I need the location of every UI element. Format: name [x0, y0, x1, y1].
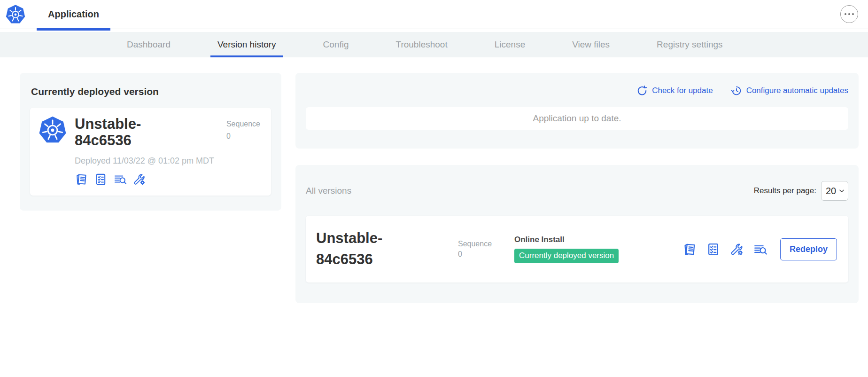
tab-version-history[interactable]: Version history [217, 32, 276, 57]
tab-troubleshoot[interactable]: Troubleshoot [396, 32, 448, 57]
ellipsis-icon [848, 13, 850, 15]
currently-deployed-title: Currently deployed version [31, 86, 271, 97]
preflight-checks-icon[interactable] [94, 173, 108, 186]
app-header: Application [0, 0, 868, 29]
currently-deployed-badge: Currently deployed version [514, 249, 619, 263]
main-content: Currently deployed version Unstable-84c6… [0, 57, 868, 303]
sequence-label: Sequence [226, 118, 260, 130]
results-per-page-select[interactable]: 20 [821, 181, 848, 201]
sequence-value: 0 [226, 130, 260, 142]
redeploy-button[interactable]: Redeploy [780, 238, 837, 260]
app-title: Application [48, 9, 99, 20]
release-notes-icon[interactable] [682, 242, 697, 257]
all-versions-title: All versions [306, 186, 351, 196]
deployed-timestamp: Deployed 11/03/22 @ 01:02 pm MDT [75, 156, 263, 166]
updates-panel: Check for update Configure automatic upd… [295, 73, 859, 149]
sequence-label: Sequence [458, 239, 498, 249]
check-for-update-label: Check for update [652, 86, 713, 95]
version-row: Unstable-84c6536 Sequence 0 Online Insta… [306, 216, 848, 283]
currently-deployed-card: Unstable-84c6536 Sequence 0 Deployed 11/… [30, 108, 271, 196]
auto-update-clock-icon [731, 85, 742, 96]
ellipsis-icon [845, 13, 846, 15]
deployed-version-actions [75, 173, 263, 186]
results-per-page-label: Results per page: [754, 186, 816, 196]
row-sequence: Sequence 0 [458, 239, 498, 260]
app-title-tab[interactable]: Application [37, 0, 110, 29]
app-menu-button[interactable] [840, 5, 858, 23]
tab-view-files[interactable]: View files [572, 32, 610, 57]
currently-deployed-panel: Currently deployed version Unstable-84c6… [20, 73, 281, 211]
configure-automatic-updates-label: Configure automatic updates [746, 86, 848, 95]
edit-config-icon[interactable] [132, 173, 146, 186]
sequence-value: 0 [458, 249, 498, 259]
release-notes-icon[interactable] [75, 173, 88, 186]
tab-dashboard[interactable]: Dashboard [127, 32, 170, 57]
preflight-checks-icon[interactable] [706, 242, 721, 257]
tab-license[interactable]: License [495, 32, 526, 57]
results-per-page: Results per page: 20 [754, 181, 848, 201]
view-logs-icon[interactable] [113, 173, 127, 186]
tab-config[interactable]: Config [323, 32, 349, 57]
deployed-version-name: Unstable-84c6536 [75, 116, 182, 149]
all-versions-panel: All versions Results per page: 20 Unstab… [295, 165, 859, 303]
refresh-icon [636, 85, 648, 96]
configure-automatic-updates-link[interactable]: Configure automatic updates [731, 85, 848, 96]
install-type-label: Online Install [514, 235, 619, 244]
kubernetes-app-icon [38, 116, 67, 145]
edit-config-icon[interactable] [729, 242, 744, 257]
tab-registry-settings[interactable]: Registry settings [657, 32, 722, 57]
kubernetes-logo-icon [5, 4, 26, 25]
row-version-name: Unstable-84c6536 [316, 228, 420, 270]
view-logs-icon[interactable] [753, 242, 767, 257]
ellipsis-icon [852, 13, 854, 15]
app-nav: Dashboard Version history Config Trouble… [0, 32, 868, 57]
application-up-to-date-message: Application up to date. [306, 107, 848, 130]
check-for-update-link[interactable]: Check for update [636, 85, 713, 96]
row-status: Online Install Currently deployed versio… [514, 235, 619, 263]
row-actions: Redeploy [682, 238, 837, 260]
deployed-sequence: Sequence 0 [226, 116, 263, 142]
right-column: Check for update Configure automatic upd… [295, 73, 859, 303]
